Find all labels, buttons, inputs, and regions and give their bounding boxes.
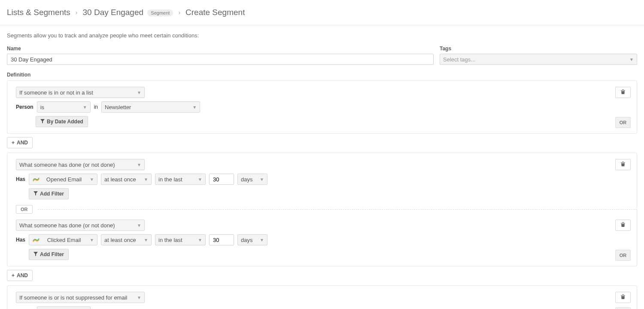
condition-type-select[interactable]: What someone has done (or not done) ▼: [16, 159, 145, 170]
caret-down-icon: ▼: [90, 238, 94, 242]
person-label: Person: [16, 104, 33, 110]
event-select[interactable]: Clicked Email ▼: [29, 234, 97, 245]
frequency-select[interactable]: at least once ▼: [101, 234, 152, 245]
intro-text: Segments allow you to track and analyze …: [0, 25, 644, 46]
caret-down-icon: ▼: [137, 295, 141, 300]
funnel-icon: [40, 119, 45, 125]
funnel-icon: [33, 191, 38, 197]
or-button[interactable]: OR: [615, 307, 631, 309]
and-button[interactable]: + AND: [7, 137, 33, 148]
breadcrumb: Lists & Segments › 30 Day Engaged Segmen…: [0, 0, 644, 25]
caret-down-icon: ▼: [192, 105, 197, 110]
or-button[interactable]: OR: [615, 250, 631, 261]
chevron-right-icon: ›: [76, 9, 78, 16]
caret-down-icon: ▼: [137, 223, 141, 228]
condition-type-select[interactable]: If someone is in or not in a list ▼: [16, 87, 145, 98]
and-button[interactable]: + AND: [7, 270, 33, 281]
event-icon: [32, 176, 40, 182]
list-select[interactable]: Newsletter ▼: [101, 101, 200, 113]
unit-select[interactable]: days ▼: [237, 174, 267, 185]
caret-down-icon: ▼: [144, 238, 148, 242]
count-input[interactable]: [209, 234, 234, 245]
timeframe-select[interactable]: in the last ▼: [155, 234, 206, 245]
or-button[interactable]: OR: [615, 117, 631, 128]
caret-down-icon: ▼: [198, 238, 202, 242]
funnel-icon: [33, 251, 38, 257]
segment-name-input[interactable]: [7, 54, 434, 65]
breadcrumb-current: Create Segment: [185, 8, 245, 17]
caret-down-icon: ▼: [629, 57, 634, 62]
has-label: Has: [16, 237, 25, 243]
trash-icon: [620, 161, 626, 168]
in-label: in: [94, 104, 98, 110]
caret-down-icon: ▼: [137, 90, 141, 95]
delete-button[interactable]: [615, 159, 631, 170]
chevron-right-icon: ›: [178, 9, 180, 16]
caret-down-icon: ▼: [137, 162, 141, 167]
unit-select[interactable]: days ▼: [237, 234, 267, 245]
delete-button[interactable]: [615, 87, 631, 98]
caret-down-icon: ▼: [260, 238, 264, 242]
delete-button[interactable]: [615, 292, 631, 303]
breadcrumb-root[interactable]: Lists & Segments: [7, 8, 70, 17]
trash-icon: [620, 222, 626, 229]
caret-down-icon: ▼: [260, 177, 264, 182]
delete-button[interactable]: [615, 220, 631, 231]
plus-icon: +: [12, 140, 15, 146]
event-select[interactable]: Opened Email ▼: [29, 174, 97, 185]
tags-label: Tags: [440, 46, 637, 52]
condition-type-select[interactable]: What someone has done (or not done) ▼: [16, 220, 145, 231]
caret-down-icon: ▼: [144, 177, 148, 182]
count-input[interactable]: [209, 174, 234, 185]
add-filter-button[interactable]: Add Filter: [29, 249, 69, 260]
condition-block: If someone is or is not suppressed for e…: [7, 285, 637, 309]
plus-icon: +: [12, 272, 15, 278]
frequency-select[interactable]: at least once ▼: [101, 174, 152, 185]
caret-down-icon: ▼: [90, 177, 94, 182]
definition-label: Definition: [0, 69, 644, 80]
or-connector[interactable]: OR: [16, 205, 33, 214]
trash-icon: [620, 294, 626, 301]
caret-down-icon: ▼: [83, 105, 87, 110]
is-select[interactable]: is not ▼: [37, 306, 91, 309]
name-label: Name: [7, 46, 434, 52]
tags-select[interactable]: Select tags... ▼: [440, 54, 637, 65]
segment-badge: Segment: [147, 9, 173, 16]
tags-placeholder: Select tags...: [443, 56, 475, 63]
condition-type-select[interactable]: If someone is or is not suppressed for e…: [16, 292, 145, 303]
timeframe-select[interactable]: in the last ▼: [155, 174, 206, 185]
caret-down-icon: ▼: [198, 177, 202, 182]
condition-block: If someone is in or not in a list ▼ Pers…: [7, 80, 637, 134]
trash-icon: [620, 89, 626, 96]
event-icon: [32, 237, 40, 243]
add-filter-button[interactable]: Add Filter: [29, 188, 69, 199]
breadcrumb-segment[interactable]: 30 Day Engaged: [83, 8, 144, 17]
by-date-added-button[interactable]: By Date Added: [36, 116, 88, 127]
condition-block: What someone has done (or not done) ▼ Ha…: [7, 153, 637, 266]
has-label: Has: [16, 176, 25, 182]
is-select[interactable]: is ▼: [37, 101, 91, 113]
